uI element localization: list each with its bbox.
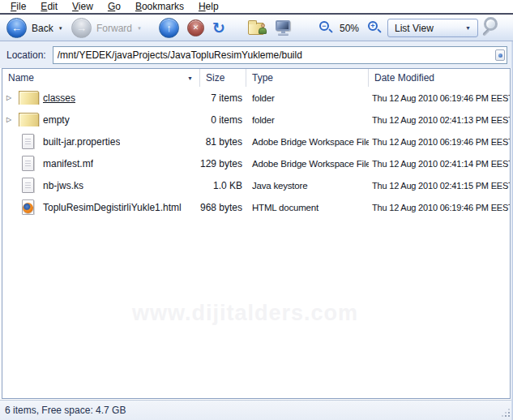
column-header-type[interactable]: Type bbox=[246, 69, 369, 87]
file-name[interactable]: manifest.mf bbox=[40, 158, 93, 169]
back-label: Back bbox=[32, 23, 53, 34]
file-name[interactable]: built-jar.properties bbox=[40, 136, 120, 148]
computer-icon bbox=[274, 20, 293, 36]
location-label: Location: bbox=[6, 49, 46, 61]
file-size: 81 bytes bbox=[200, 136, 246, 148]
sort-descending-icon[interactable]: ▼ bbox=[187, 75, 193, 81]
file-row-classes[interactable]: ▷ classes 7 items folder Thu 12 Aug 2010… bbox=[2, 87, 510, 109]
file-size: 968 bytes bbox=[200, 202, 246, 213]
menu-item-view[interactable]: View bbox=[65, 1, 100, 12]
file-size: 1.0 KB bbox=[200, 180, 246, 191]
up-button[interactable]: ↑ bbox=[159, 15, 179, 41]
chevron-down-icon: ▼ bbox=[465, 25, 471, 31]
name-cell: ▷ empty bbox=[2, 113, 200, 126]
zoom-in-button[interactable]: + bbox=[368, 15, 382, 41]
zoom-out-icon: − bbox=[319, 21, 333, 35]
column-header-size[interactable]: Size bbox=[200, 69, 246, 87]
forward-label: Forward bbox=[96, 23, 132, 34]
icon-cell bbox=[15, 134, 40, 149]
icon-cell bbox=[15, 156, 40, 171]
icon-cell bbox=[15, 199, 40, 215]
file-date: Thu 12 Aug 2010 06:19:46 PM EEST bbox=[369, 203, 510, 212]
menu-label: iew bbox=[79, 1, 93, 12]
file-type: folder bbox=[246, 93, 369, 103]
menu-label: V bbox=[72, 1, 79, 12]
menu-label: ile bbox=[16, 1, 26, 12]
column-header-date[interactable]: Date Modified bbox=[369, 69, 510, 87]
menu-label: o bbox=[115, 1, 121, 12]
expand-triangle-icon[interactable]: ▷ bbox=[2, 94, 15, 101]
icon-cell bbox=[15, 178, 40, 193]
back-dropdown-caret[interactable]: ▼ bbox=[58, 26, 63, 31]
zoom-level: 50% bbox=[340, 15, 359, 41]
computer-screen bbox=[276, 20, 290, 31]
file-type: Adobe Bridge Workspace File bbox=[246, 159, 369, 169]
up-arrow-glyph: ↑ bbox=[166, 23, 172, 33]
file-row-nb-jws-ks[interactable]: nb-jws.ks 1.0 KB Java keystore Thu 12 Au… bbox=[2, 174, 510, 196]
home-button[interactable] bbox=[248, 15, 267, 41]
file-name[interactable]: nb-jws.ks bbox=[40, 180, 83, 191]
location-input[interactable] bbox=[53, 46, 507, 64]
menu-item-help[interactable]: Help bbox=[191, 1, 226, 12]
zoom-out-button[interactable]: − bbox=[319, 15, 333, 41]
file-row-empty[interactable]: ▷ empty 0 items folder Thu 12 Aug 2010 0… bbox=[2, 109, 510, 131]
menu-item-bookmarks[interactable]: Bookmarks bbox=[128, 1, 191, 12]
column-header-name[interactable]: Name ▼ bbox=[2, 69, 200, 87]
location-input-icon[interactable] bbox=[495, 49, 505, 61]
document-icon bbox=[22, 156, 34, 171]
stop-icon: ✕ bbox=[187, 19, 204, 36]
expand-triangle-icon[interactable]: ▷ bbox=[2, 116, 15, 123]
zoom-in-icon: + bbox=[368, 21, 382, 35]
name-cell: nb-jws.ks bbox=[2, 178, 200, 193]
file-type: folder bbox=[246, 115, 369, 125]
file-name[interactable]: TopluResimDegistirliYukle1.html bbox=[40, 202, 182, 213]
back-icon: ← bbox=[6, 18, 27, 38]
up-icon: ↑ bbox=[159, 18, 179, 38]
firefox-html-icon bbox=[22, 199, 34, 215]
menu-item-file[interactable]: File bbox=[3, 1, 33, 12]
menu-label: dit bbox=[47, 1, 58, 12]
forward-button[interactable]: → Forward ▼ bbox=[71, 15, 142, 41]
file-type: Adobe Bridge Workspace File bbox=[246, 137, 369, 147]
folder-icon bbox=[19, 113, 37, 126]
folder-icon bbox=[19, 91, 37, 105]
column-header-name-label: Name bbox=[8, 72, 34, 84]
file-name[interactable]: empty bbox=[40, 114, 70, 126]
stop-button[interactable]: ✕ bbox=[187, 15, 204, 41]
refresh-button[interactable]: ↻ bbox=[212, 15, 225, 41]
menu-label: B bbox=[135, 1, 142, 12]
status-text: 6 items, Free space: 4.7 GB bbox=[5, 405, 126, 416]
file-date: Thu 12 Aug 2010 06:19:46 PM EEST bbox=[369, 93, 510, 103]
column-header-date-label: Date Modified bbox=[374, 72, 434, 84]
menu-item-go[interactable]: Go bbox=[100, 1, 128, 12]
location-bar: Location: bbox=[0, 41, 513, 68]
search-button[interactable] bbox=[481, 15, 504, 41]
file-row-built-jar-properties[interactable]: built-jar.properties 81 bytes Adobe Brid… bbox=[2, 131, 510, 152]
file-row-manifest-mf[interactable]: manifest.mf 129 bytes Adobe Bridge Works… bbox=[2, 152, 510, 174]
name-cell: manifest.mf bbox=[2, 156, 200, 171]
file-size: 0 items bbox=[200, 114, 246, 126]
file-date: Thu 12 Aug 2010 02:41:13 PM EEST bbox=[369, 115, 510, 125]
back-button[interactable]: ← Back ▼ bbox=[6, 15, 63, 41]
menu-item-edit[interactable]: Edit bbox=[33, 1, 65, 12]
resize-grip[interactable] bbox=[502, 409, 510, 417]
name-cell: built-jar.properties bbox=[2, 134, 200, 149]
icon-cell bbox=[15, 113, 40, 126]
home-folder-icon bbox=[248, 21, 267, 36]
file-date: Thu 12 Aug 2010 06:19:46 PM EEST bbox=[369, 137, 510, 147]
back-arrow-glyph: ← bbox=[11, 23, 22, 33]
name-cell: TopluResimDegistirliYukle1.html bbox=[2, 199, 200, 215]
document-icon bbox=[22, 178, 34, 193]
refresh-icon: ↻ bbox=[212, 19, 225, 37]
home-person-body bbox=[259, 28, 267, 34]
zoom-out-handle bbox=[328, 28, 333, 33]
menu-label: elp bbox=[206, 1, 219, 12]
computer-button[interactable] bbox=[274, 15, 293, 41]
column-header-row: Name ▼ Size Type Date Modified bbox=[2, 69, 510, 87]
file-name[interactable]: classes bbox=[40, 92, 75, 104]
menu-label: G bbox=[108, 1, 115, 12]
toolbar: ← Back ▼ → Forward ▼ ↑ ✕ ↻ − 50 bbox=[0, 15, 513, 41]
file-row-topluresim-html[interactable]: TopluResimDegistirliYukle1.html 968 byte… bbox=[2, 196, 510, 218]
search-handle bbox=[482, 28, 490, 36]
view-mode-select[interactable]: List View ▼ bbox=[387, 19, 478, 37]
